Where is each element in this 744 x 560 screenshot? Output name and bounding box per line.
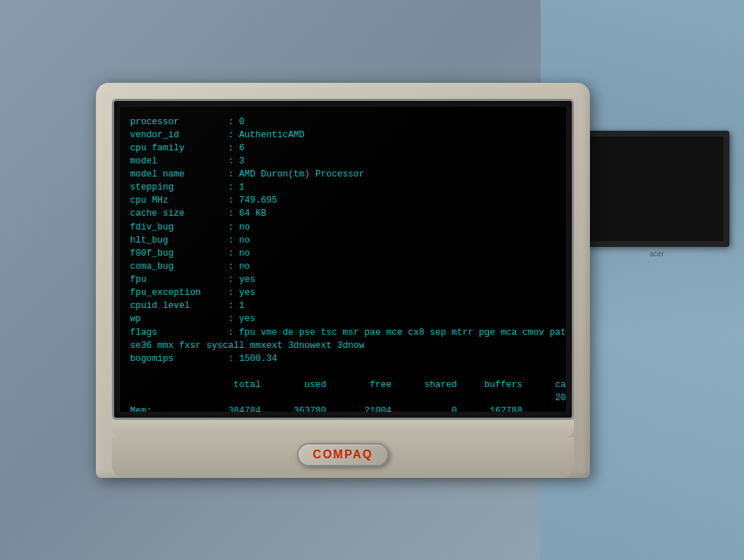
acer-label: acer (584, 250, 729, 258)
screen-bezel: processor : 0 vendor_id : AuthenticAMD c… (112, 99, 574, 420)
second-monitor: acer (584, 131, 729, 258)
terminal-screen: processor : 0 vendor_id : AuthenticAMD c… (120, 107, 566, 412)
terminal-output: processor : 0 vendor_id : AuthenticAMD c… (130, 115, 556, 412)
brand-badge: COMPAQ (297, 443, 389, 466)
monitor-chin: COMPAQ (112, 437, 574, 478)
monitor-bottom (112, 420, 574, 437)
monitor-outer-bezel: processor : 0 vendor_id : AuthenticAMD c… (96, 83, 590, 478)
second-monitor-screen (584, 131, 729, 247)
monitor: processor : 0 vendor_id : AuthenticAMD c… (96, 83, 590, 478)
